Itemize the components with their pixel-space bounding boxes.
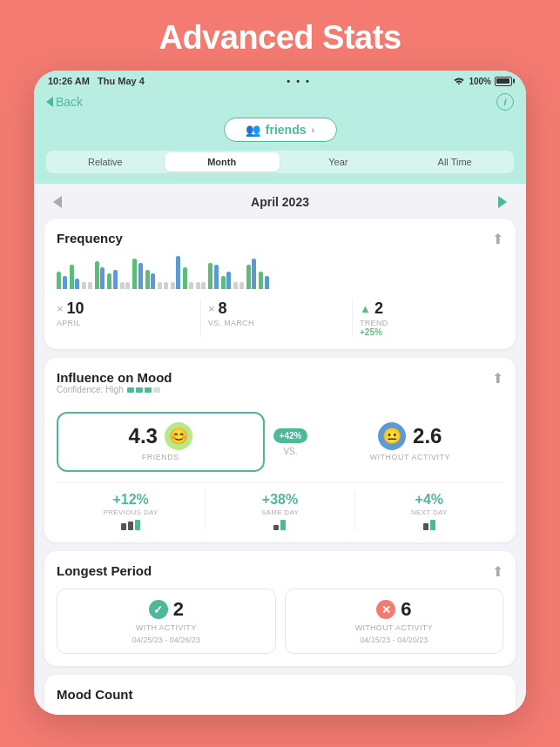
freq-stat-april: × 10 APRIL	[57, 299, 201, 337]
info-button[interactable]: i	[496, 93, 514, 111]
frequency-card-header: Frequency ⬆	[57, 231, 503, 247]
back-label: Back	[56, 95, 83, 109]
lp-without-activity: ✕ 6 WITHOUT ACTIVITY 04/15/23 - 04/20/23	[285, 589, 504, 654]
confidence-bars	[127, 387, 160, 393]
phone-frame: 10:26 AM Thu May 4 • • • 100% Back i 👥	[34, 71, 526, 715]
mini-bar-1	[121, 523, 126, 530]
lp-without-value: 6	[401, 598, 411, 621]
mood-comparison: 4.3 😊 FRIENDS +42% VS. 😐 2.6 WITHOUT ACT…	[57, 412, 503, 472]
conf-bar-2	[136, 387, 143, 393]
next-day-label: NEXT DAY	[359, 508, 500, 516]
happy-emoji: 😊	[165, 422, 192, 450]
influence-title: Influence on Mood	[57, 370, 172, 385]
longest-period-card: Longest Period ⬆ ✓ 2 WITH ACTIVITY 04/25…	[44, 551, 516, 666]
mood-grid-same: +38% SAME DAY	[206, 492, 354, 530]
next-month-button[interactable]	[493, 192, 512, 212]
back-button[interactable]: Back	[46, 95, 83, 109]
mini-bar-5	[280, 520, 286, 530]
without-value: 2.6	[413, 424, 442, 448]
next-day-pct: +4%	[359, 492, 500, 508]
friends-mood-box: 4.3 😊 FRIENDS	[57, 412, 265, 472]
check-circle-icon: ✓	[149, 600, 168, 619]
vs-label: VS.	[283, 447, 297, 456]
influence-card-header: Influence on Mood Confidence: High ⬆	[57, 370, 503, 403]
dots-icon: • • •	[287, 76, 311, 86]
frequency-card: Frequency ⬆	[44, 219, 516, 349]
share-icon[interactable]: ⬆	[492, 231, 503, 247]
wifi-icon	[453, 76, 465, 86]
prev-month-button[interactable]	[48, 192, 67, 212]
chevron-right-icon: ›	[312, 124, 315, 135]
page-title: Advanced Stats	[159, 19, 401, 57]
frequency-stats: × 10 APRIL × 8 VS. MARCH ▲ 2	[57, 299, 503, 337]
freq-march-value: 8	[219, 299, 227, 318]
freq-stat-march: × 8 VS. MARCH	[201, 299, 353, 337]
status-right: 100%	[453, 76, 512, 86]
month-nav: April 2023	[44, 184, 516, 219]
freq-march-label: VS. MARCH	[208, 319, 345, 327]
tab-alltime[interactable]: All Time	[397, 152, 512, 172]
lp-without-num-row: ✕ 6	[376, 598, 411, 621]
longest-period-title: Longest Period	[57, 563, 152, 578]
info-icon: i	[503, 97, 506, 107]
mood-grid: +12% PREVIOUS DAY +38% SAME DAY	[57, 482, 503, 530]
x-circle-icon: ✕	[376, 600, 395, 619]
mood-grid-next: +4% NEXT DAY	[355, 492, 503, 530]
arrow-up-icon: ▲	[360, 302, 371, 315]
longest-period-row: ✓ 2 WITH ACTIVITY 04/25/23 - 04/26/23 ✕ …	[57, 589, 503, 654]
neutral-emoji: 😐	[378, 422, 406, 450]
battery-label: 100%	[469, 77, 491, 86]
tab-month[interactable]: Month	[165, 152, 280, 172]
x-mark-march: ×	[208, 302, 215, 315]
same-day-label: SAME DAY	[209, 508, 350, 516]
without-mood-box: 😐 2.6 WITHOUT ACTIVITY	[316, 422, 503, 461]
content-area: April 2023 Frequency ⬆	[34, 184, 526, 715]
x-mark-april: ×	[57, 302, 64, 315]
friends-label: friends	[266, 123, 307, 137]
conf-bar-4	[153, 387, 160, 393]
chevron-prev-icon	[53, 196, 62, 208]
prev-day-label: PREVIOUS DAY	[60, 508, 201, 516]
status-time: 10:26 AM Thu May 4	[48, 76, 145, 86]
lp-with-activity: ✓ 2 WITH ACTIVITY 04/25/23 - 04/26/23	[57, 589, 276, 654]
mood-subtitle: Confidence: High	[57, 385, 172, 394]
lp-with-num-row: ✓ 2	[149, 598, 184, 621]
same-day-bars	[209, 520, 350, 530]
confidence-label: Confidence: High	[57, 385, 124, 394]
same-day-pct: +38%	[209, 492, 350, 508]
conf-bar-1	[127, 387, 134, 393]
freq-trend-pct: +25%	[360, 327, 496, 337]
friends-value: 4.3	[129, 424, 158, 448]
freq-april-value: 10	[67, 299, 84, 318]
influence-mood-card: Influence on Mood Confidence: High ⬆	[44, 358, 516, 542]
header-top: Back i	[46, 93, 514, 111]
tab-relative[interactable]: Relative	[48, 152, 163, 172]
status-bar: 10:26 AM Thu May 4 • • • 100%	[34, 71, 526, 90]
lp-with-date: 04/25/23 - 04/26/23	[132, 636, 200, 644]
mini-bar-6	[423, 523, 428, 530]
friends-pill[interactable]: 👥 friends ›	[224, 118, 337, 142]
prev-day-pct: +12%	[60, 492, 201, 508]
lp-with-label: WITH ACTIVITY	[136, 623, 196, 632]
mini-bar-7	[430, 520, 435, 530]
without-mood-value: 😐 2.6	[378, 422, 442, 450]
frequency-title: Frequency	[57, 231, 123, 246]
mini-bar-4	[273, 525, 279, 530]
freq-april-label: APRIL	[57, 319, 193, 327]
mini-bar-3	[135, 520, 140, 530]
freq-stat-trend: ▲ 2 TREND +25%	[353, 299, 503, 337]
without-mood-label: WITHOUT ACTIVITY	[370, 453, 450, 461]
chevron-next-icon	[498, 196, 507, 208]
header-area: Back i 👥 friends › Relative Month Year A…	[34, 90, 526, 184]
friends-mood-label: FRIENDS	[142, 453, 179, 461]
longest-period-share-icon[interactable]: ⬆	[492, 563, 503, 580]
freq-trend-value: 2	[374, 299, 383, 318]
lp-with-value: 2	[173, 598, 184, 621]
pct-badge: +42%	[273, 428, 308, 443]
prev-day-bars	[60, 520, 201, 530]
influence-share-icon[interactable]: ⬆	[492, 370, 503, 387]
conf-bar-3	[145, 387, 152, 393]
vs-section: +42% VS.	[273, 428, 308, 456]
tab-year[interactable]: Year	[281, 152, 396, 172]
mini-bar-2	[128, 522, 133, 530]
